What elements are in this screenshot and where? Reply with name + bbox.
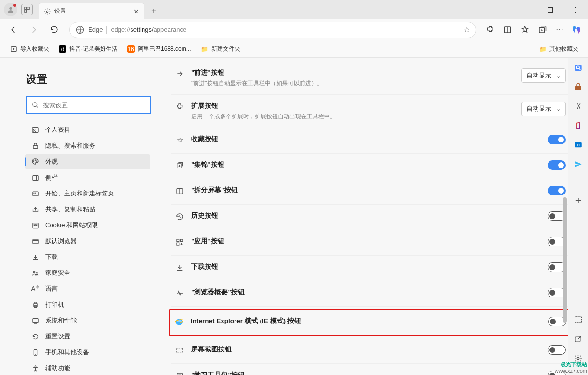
row-collections-button: "集锦"按钮 (171, 154, 570, 179)
nav-reset[interactable]: 重置设置 (25, 329, 150, 344)
tab-title: 设置 (54, 7, 130, 15)
scrollbar-thumb[interactable] (563, 197, 567, 323)
nav-downloads[interactable]: 下载 (25, 249, 150, 265)
sidebar-send-icon[interactable] (572, 158, 585, 170)
svg-point-35 (36, 272, 38, 273)
workspaces-icon[interactable] (21, 4, 33, 15)
minimize-button[interactable] (516, 0, 538, 19)
window-controls (516, 0, 584, 19)
search-icon (32, 102, 39, 109)
browser-tab[interactable]: 设置 ✕ (39, 3, 144, 19)
profile-icon[interactable] (4, 3, 17, 16)
forward-dropdown[interactable]: 自动显示⌄ (521, 68, 566, 83)
browser-icon (31, 238, 39, 245)
nav-family[interactable]: 家庭安全 (25, 265, 150, 281)
svg-point-4 (46, 11, 48, 13)
svg-rect-49 (177, 239, 179, 242)
svg-point-27 (33, 193, 34, 193)
nav-system[interactable]: 系统和性能 (25, 313, 150, 328)
nav-phone[interactable]: 手机和其他设备 (25, 345, 150, 360)
row-title: Internet Explorer 模式 (IE 模式) 按钮 (191, 317, 541, 325)
row-ie-mode-button: Internet Explorer 模式 (IE 模式) 按钮 (169, 309, 572, 336)
back-button[interactable] (5, 21, 22, 39)
extensions-dropdown[interactable]: 自动显示⌄ (521, 102, 566, 116)
sidebar-shopping-icon[interactable] (572, 81, 585, 93)
nav-languages[interactable]: A字语言 (25, 281, 150, 297)
row-favorites-button: ☆ 收藏按钮 (171, 128, 570, 154)
row-extensions-button: 扩展按钮 启用一个或多个扩展时，扩展按钮自动出现在工具栏中。 自动显示⌄ (171, 95, 570, 128)
row-apps-button: "应用"按钮 (171, 230, 570, 256)
sidebar-outlook-icon[interactable]: O (572, 139, 585, 151)
settings-sidebar: 设置 个人资料 隐私、搜索和服务 外观 侧栏 开始、主页和新建标签页 共享、复制… (0, 58, 161, 375)
tab-close-icon[interactable]: ✕ (133, 8, 139, 15)
split-screen-icon[interactable] (500, 23, 515, 37)
address-url: edge://settings/appearance (111, 26, 186, 33)
bookmark-item[interactable]: d 抖音-记录美好生活 (55, 43, 121, 55)
svg-rect-32 (32, 239, 38, 244)
download-icon (31, 254, 39, 261)
edge-logo-icon (76, 26, 84, 34)
nav-share[interactable]: 共享、复制和粘贴 (25, 202, 150, 217)
address-bar[interactable]: Edge edge://settings/appearance ☆ (69, 22, 476, 38)
row-desc: "前进"按钮自动显示在工具栏中（如果可以前进）。 (191, 79, 514, 88)
row-desc: 启用一个或多个扩展时，扩展按钮自动出现在工具栏中。 (191, 113, 514, 121)
nav-accessibility[interactable]: 辅助功能 (25, 361, 150, 375)
row-forward-button: "前进"按钮 "前进"按钮自动显示在工具栏中（如果可以前进）。 自动显示⌄ (171, 62, 570, 95)
heartbeat-icon (175, 288, 184, 298)
sidebar-office-icon[interactable] (572, 119, 585, 132)
maximize-button[interactable] (539, 0, 561, 19)
nav-default-browser[interactable]: 默认浏览器 (25, 233, 150, 249)
svg-rect-50 (180, 239, 183, 242)
extensions-icon[interactable] (483, 23, 497, 37)
apps-icon (175, 237, 184, 247)
refresh-button[interactable] (45, 21, 63, 39)
address-divider (106, 26, 107, 34)
nav-profiles[interactable]: 个人资料 (25, 122, 150, 138)
other-favorites[interactable]: 📁 其他收藏夹 (535, 43, 582, 55)
nav-printers[interactable]: 打印机 (25, 297, 150, 312)
menu-icon[interactable]: ⋯ (552, 23, 567, 37)
forward-button[interactable] (25, 21, 42, 39)
svg-point-19 (33, 129, 35, 130)
svg-rect-3 (25, 10, 27, 13)
nav-privacy[interactable]: 隐私、搜索和服务 (25, 138, 150, 154)
nav-sidebar[interactable]: 侧栏 (25, 170, 150, 185)
row-learning-tools-button: "学习工具包"按钮 (171, 364, 570, 375)
sidebar-add-icon[interactable]: ＋ (572, 194, 585, 206)
nav-appearance[interactable]: 外观 (25, 154, 150, 169)
new-tab-button[interactable]: ＋ (146, 3, 161, 18)
printer-icon (31, 301, 39, 309)
collections-icon[interactable] (535, 23, 549, 37)
learning-icon (175, 371, 184, 375)
bookmarks-bar: 导入收藏夹 d 抖音-记录美好生活 16 阿里巴巴1688.com... 📁 新… (0, 40, 588, 58)
scrollbar-track[interactable] (562, 58, 567, 361)
favorites-icon[interactable] (518, 23, 532, 37)
sidebar-search-icon[interactable] (572, 62, 585, 74)
settings-search[interactable] (26, 96, 151, 114)
row-title: "浏览器概要"按钮 (191, 288, 541, 297)
edge-sidebar: O ＋ (568, 58, 588, 375)
chevron-down-icon: ⌄ (556, 73, 561, 79)
svg-point-69 (577, 357, 579, 359)
row-title: 收藏按钮 (191, 135, 541, 143)
sidebar-screenshot-icon[interactable] (572, 313, 585, 326)
sidebar-tools-icon[interactable] (572, 100, 585, 113)
svg-rect-39 (32, 318, 38, 322)
sidebar-popout-icon[interactable] (572, 333, 585, 345)
family-icon (31, 270, 39, 277)
close-window-button[interactable] (562, 0, 584, 19)
collections-icon (175, 161, 184, 170)
svg-rect-64 (575, 86, 581, 90)
screenshot-icon (175, 346, 184, 355)
bookmark-item[interactable]: 16 阿里巴巴1688.com... (123, 43, 195, 55)
import-favorites-button[interactable]: 导入收藏夹 (6, 43, 53, 55)
nav-cookies[interactable]: Cookie 和网站权限 (25, 218, 150, 233)
bookmark-folder[interactable]: 📁 新建文件夹 (197, 43, 244, 55)
copilot-icon[interactable] (570, 23, 583, 37)
svg-point-16 (33, 102, 37, 106)
nav-start[interactable]: 开始、主页和新建标签页 (25, 186, 150, 201)
navbar: Edge edge://settings/appearance ☆ ⋯ (0, 19, 588, 40)
favorite-star-icon[interactable]: ☆ (463, 25, 470, 34)
search-input[interactable] (43, 102, 145, 109)
home-icon (31, 190, 39, 197)
